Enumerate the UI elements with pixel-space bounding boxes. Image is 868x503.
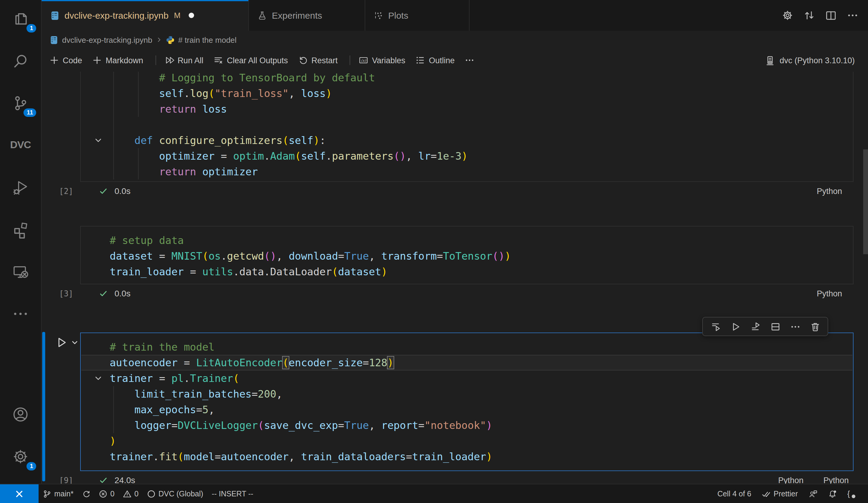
code-line[interactable]: max_epochs=5, bbox=[110, 402, 853, 418]
activity-item-search[interactable] bbox=[0, 42, 41, 80]
activity-item-accounts[interactable] bbox=[0, 396, 41, 433]
status-braces-status[interactable]: { bbox=[843, 484, 860, 503]
delete-cell-button[interactable] bbox=[807, 319, 823, 334]
code-line[interactable]: return loss bbox=[110, 101, 853, 117]
activity-item-dvc[interactable]: DVC bbox=[0, 126, 41, 164]
code-line[interactable]: # train the model bbox=[110, 339, 853, 355]
account-icon bbox=[11, 406, 30, 423]
clear-all-outputs-button[interactable]: Clear All Outputs bbox=[214, 55, 288, 65]
code-line[interactable]: trainer = pl.Trainer( bbox=[110, 370, 853, 386]
success-check-icon bbox=[99, 289, 108, 298]
tab-plots[interactable]: Plots bbox=[365, 0, 469, 31]
sync-icon bbox=[82, 490, 90, 498]
notebook-settings-button[interactable] bbox=[782, 10, 793, 21]
status-notifications[interactable] bbox=[824, 484, 840, 503]
code-line[interactable]: def configure_optimizers(self): bbox=[110, 133, 853, 148]
breadcrumb-section[interactable]: # train the model bbox=[178, 35, 237, 44]
cell-more-actions-button[interactable] bbox=[787, 319, 803, 334]
code-line[interactable]: trainer.fit(model=autoencoder, train_dat… bbox=[110, 449, 853, 464]
variables-button[interactable]: (x)Variables bbox=[359, 55, 405, 65]
run-options-chevron-icon[interactable] bbox=[71, 339, 79, 346]
success-check-icon bbox=[99, 187, 108, 196]
run-below-icon bbox=[750, 321, 761, 332]
toolbar-label: Outline bbox=[429, 56, 455, 65]
add-code-button[interactable]: Code bbox=[50, 55, 82, 65]
activity-item-run-debug[interactable] bbox=[0, 169, 41, 206]
cell-language-picker[interactable]: Python bbox=[817, 289, 842, 298]
tab-notebook[interactable]: dvclive-exp-tracking.ipynbM bbox=[42, 0, 249, 31]
toolbar-label: Run All bbox=[177, 56, 204, 65]
notebook-file-icon bbox=[50, 35, 59, 44]
activity-item-source-control[interactable]: 11 bbox=[0, 84, 41, 122]
fold-chevron-icon[interactable] bbox=[93, 136, 103, 145]
status-vim-mode[interactable]: -- INSERT -- bbox=[207, 484, 257, 503]
activity-item-more-views[interactable] bbox=[0, 295, 41, 333]
code-line[interactable]: logger=DVCLiveLogger(save_dvc_exp=True, … bbox=[110, 418, 853, 433]
fold-chevron-icon[interactable] bbox=[93, 374, 103, 383]
execute-below-button[interactable] bbox=[747, 319, 763, 334]
cell-language-picker[interactable]: Python bbox=[823, 475, 849, 484]
notebook-file-icon bbox=[50, 11, 60, 20]
activity-item-remote-explorer[interactable] bbox=[0, 253, 41, 290]
code-line[interactable]: autoencoder = LitAutoEncoder(encoder_siz… bbox=[110, 355, 853, 370]
dirty-indicator[interactable] bbox=[189, 13, 194, 18]
code-line[interactable]: limit_train_batches=200, bbox=[110, 386, 853, 402]
execute-above-cells-button[interactable] bbox=[707, 319, 723, 334]
run-cell-button[interactable] bbox=[55, 336, 68, 349]
search-icon bbox=[11, 52, 30, 70]
vscode-window: 111DVC 1 dvclive-exp-tracking.ipynbMExpe… bbox=[0, 0, 868, 503]
notebook-toolbar: CodeMarkdownRun AllClear All OutputsRest… bbox=[42, 49, 868, 72]
remote-icon bbox=[14, 489, 24, 499]
scrollbar-thumb[interactable] bbox=[863, 149, 868, 254]
add-icon bbox=[93, 55, 102, 65]
ellipsis-small-icon bbox=[790, 321, 800, 332]
selected-cell-indicator bbox=[42, 332, 45, 481]
status-remote-indicator[interactable] bbox=[0, 484, 39, 503]
kernel-picker[interactable]: dvc (Python 3.10.10) bbox=[765, 55, 868, 65]
status-feedback[interactable] bbox=[804, 484, 821, 503]
activity-bar: 111DVC 1 bbox=[0, 0, 42, 484]
split-editor-button[interactable] bbox=[825, 10, 837, 21]
cell-language-picker[interactable]: Python bbox=[778, 475, 804, 484]
code-line[interactable]: dataset = MNIST(os.getcwd(), download=Tr… bbox=[110, 248, 853, 264]
status-problems-warnings[interactable]: 0 bbox=[119, 484, 143, 503]
status-git-branch[interactable]: main* bbox=[39, 484, 78, 503]
ellipsis-small-icon bbox=[847, 10, 858, 21]
tab-experiments[interactable]: Experiments bbox=[249, 0, 365, 31]
status-prettier[interactable]: Prettier bbox=[758, 484, 802, 503]
code-line[interactable] bbox=[110, 117, 853, 133]
activity-item-explorer[interactable]: 1 bbox=[0, 0, 41, 37]
notebook-cell-2: # setup datadataset = MNIST(os.getcwd(),… bbox=[80, 226, 854, 284]
breadcrumb-file[interactable]: dvclive-exp-tracking.ipynb bbox=[62, 35, 152, 44]
code-line[interactable]: ) bbox=[110, 433, 853, 449]
python-icon bbox=[165, 35, 175, 44]
activity-item-settings[interactable]: 1 bbox=[0, 438, 41, 475]
cell-toolbar bbox=[702, 317, 828, 336]
code-line[interactable]: train_loader = utils.data.DataLoader(dat… bbox=[110, 264, 853, 280]
activity-item-extensions[interactable] bbox=[0, 211, 41, 248]
restart-button[interactable]: Restart bbox=[298, 55, 338, 65]
status-dvc-status[interactable]: DVC (Global) bbox=[143, 484, 208, 503]
editor-tab-bar: dvclive-exp-tracking.ipynbMExperimentsPl… bbox=[42, 0, 868, 31]
status-cell-position[interactable]: Cell 4 of 6 bbox=[713, 484, 756, 503]
cell-code-editor[interactable]: # train the modelautoencoder = LitAutoEn… bbox=[80, 333, 854, 471]
compare-changes-button[interactable] bbox=[804, 10, 815, 21]
status-problems-errors[interactable]: 0 bbox=[95, 484, 119, 503]
toolbar-more-button[interactable] bbox=[465, 55, 474, 65]
cell-code-editor[interactable]: # Logging to TensorBoard by default self… bbox=[80, 72, 854, 182]
add-markdown-button[interactable]: Markdown bbox=[93, 55, 143, 65]
cell-code-editor[interactable]: # setup datadataset = MNIST(os.getcwd(),… bbox=[80, 226, 854, 284]
more-actions-button[interactable] bbox=[847, 10, 858, 21]
split-cell-button[interactable] bbox=[767, 319, 783, 334]
run-all-button[interactable]: Run All bbox=[164, 55, 204, 65]
code-line[interactable]: optimizer = optim.Adam(self.parameters()… bbox=[110, 148, 853, 164]
status-sync[interactable] bbox=[78, 484, 95, 503]
code-line[interactable]: # Logging to TensorBoard by default bbox=[110, 72, 853, 85]
code-line[interactable]: # setup data bbox=[110, 232, 853, 248]
code-line[interactable]: self.log("train_loss", loss) bbox=[110, 85, 853, 101]
status-label: Prettier bbox=[774, 490, 798, 498]
code-line[interactable]: return optimizer bbox=[110, 164, 853, 179]
execute-cell-button[interactable] bbox=[727, 319, 743, 334]
cell-language-picker[interactable]: Python bbox=[817, 187, 842, 196]
outline-button[interactable]: Outline bbox=[416, 55, 455, 65]
